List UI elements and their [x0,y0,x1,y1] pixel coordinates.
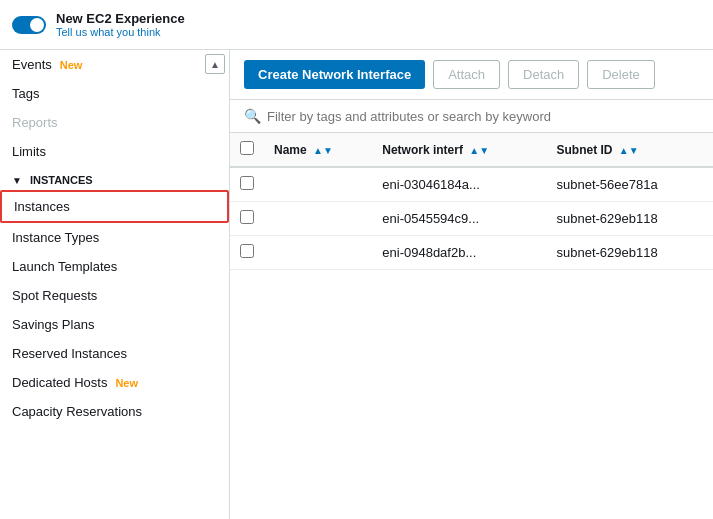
search-icon: 🔍 [244,108,261,124]
sidebar-item-label: Tags [12,86,39,101]
row-name-2 [264,236,372,270]
new-experience-toggle[interactable] [12,16,46,34]
select-all-checkbox[interactable] [240,141,254,155]
toolbar: Create Network Interface Attach Detach D… [230,50,713,100]
table-row: eni-0545594c9... subnet-629eb118 [230,202,713,236]
table-header-row: Name ▲▼ Network interf ▲▼ Subnet ID ▲▼ [230,133,713,167]
sidebar-item-label: Spot Requests [12,288,97,303]
sidebar-item-label: Launch Templates [12,259,117,274]
sidebar-item-reserved-instances[interactable]: Reserved Instances [0,339,229,368]
row-checkbox-cell [230,167,264,202]
sidebar-item-reports[interactable]: Reports [0,108,229,137]
sidebar-item-tags[interactable]: Tags [0,79,229,108]
instances-section-header: ▼ INSTANCES [0,166,229,190]
subnet-id-sort-icon: ▲▼ [619,145,639,156]
sidebar-item-label: Events [12,57,52,72]
detach-button[interactable]: Detach [508,60,579,89]
dedicated-hosts-badge: New [115,377,138,389]
row-name-0 [264,167,372,202]
sidebar-item-label: Reports [12,115,58,130]
column-header-subnet-id[interactable]: Subnet ID ▲▼ [547,133,714,167]
create-network-interface-button[interactable]: Create Network Interface [244,60,425,89]
table-row: eni-0948daf2b... subnet-629eb118 [230,236,713,270]
row-subnet-id-1: subnet-629eb118 [547,202,714,236]
network-interfaces-table: Name ▲▼ Network interf ▲▼ Subnet ID ▲▼ [230,133,713,270]
network-interf-sort-icon: ▲▼ [469,145,489,156]
table-wrap: Name ▲▼ Network interf ▲▼ Subnet ID ▲▼ [230,133,713,519]
header-text: New EC2 Experience Tell us what you thin… [56,11,185,38]
sidebar-item-label: Savings Plans [12,317,94,332]
sidebar-item-label: Instances [14,199,70,214]
column-header-checkbox [230,133,264,167]
search-input[interactable] [267,109,699,124]
sidebar-item-label: Capacity Reservations [12,404,142,419]
sidebar-item-limits[interactable]: Limits [0,137,229,166]
row-network-interface-1: eni-0545594c9... [372,202,546,236]
section-collapse-arrow: ▼ [12,175,22,186]
sidebar-item-launch-templates[interactable]: Launch Templates [0,252,229,281]
row-name-1 [264,202,372,236]
attach-button[interactable]: Attach [433,60,500,89]
sidebar-item-events[interactable]: Events New [0,50,229,79]
sidebar-item-instance-types[interactable]: Instance Types [0,223,229,252]
row-subnet-id-2: subnet-629eb118 [547,236,714,270]
sidebar-collapse-handle[interactable]: ◀ [229,265,230,305]
column-header-network-interface[interactable]: Network interf ▲▼ [372,133,546,167]
row-checkbox-cell [230,202,264,236]
row-checkbox-0[interactable] [240,176,254,190]
sidebar: ▲ Events New Tags Reports Limits ▼ INSTA… [0,50,230,519]
table-row: eni-03046184a... subnet-56ee781a [230,167,713,202]
name-sort-icon: ▲▼ [313,145,333,156]
sidebar-item-instances[interactable]: Instances [0,190,229,223]
header-title: New EC2 Experience [56,11,185,26]
row-network-interface-0: eni-03046184a... [372,167,546,202]
main-content: Create Network Interface Attach Detach D… [230,50,713,519]
sidebar-item-label: Limits [12,144,46,159]
scroll-up-button[interactable]: ▲ [205,54,225,74]
toggle-knob [30,18,44,32]
row-subnet-id-0: subnet-56ee781a [547,167,714,202]
section-title: INSTANCES [30,174,93,186]
sidebar-item-label: Instance Types [12,230,99,245]
sidebar-item-dedicated-hosts[interactable]: Dedicated Hosts New [0,368,229,397]
header: New EC2 Experience Tell us what you thin… [0,0,713,50]
column-header-name[interactable]: Name ▲▼ [264,133,372,167]
header-subtitle[interactable]: Tell us what you think [56,26,185,38]
row-network-interface-2: eni-0948daf2b... [372,236,546,270]
row-checkbox-cell [230,236,264,270]
row-checkbox-2[interactable] [240,244,254,258]
sidebar-item-label: Reserved Instances [12,346,127,361]
delete-button[interactable]: Delete [587,60,655,89]
sidebar-item-savings-plans[interactable]: Savings Plans [0,310,229,339]
row-checkbox-1[interactable] [240,210,254,224]
search-bar: 🔍 [230,100,713,133]
sidebar-item-capacity-reservations[interactable]: Capacity Reservations [0,397,229,426]
layout: ▲ Events New Tags Reports Limits ▼ INSTA… [0,50,713,519]
sidebar-item-spot-requests[interactable]: Spot Requests [0,281,229,310]
sidebar-item-label: Dedicated Hosts [12,375,107,390]
events-badge: New [60,59,83,71]
